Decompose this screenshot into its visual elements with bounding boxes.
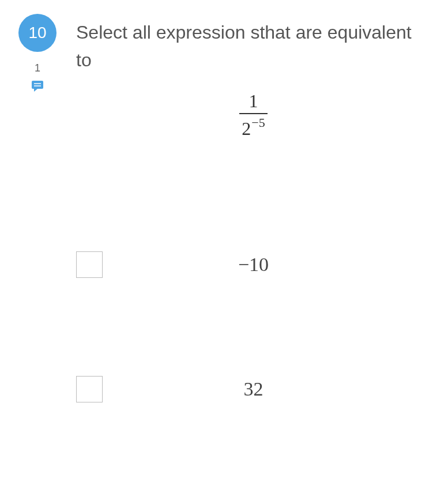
denominator-base: 2 (242, 116, 251, 142)
answer-option: −10 (76, 251, 431, 278)
question-number: 10 (28, 24, 46, 42)
fraction-denominator: 2−5 (239, 114, 267, 141)
denominator-exponent: −5 (251, 114, 265, 132)
svg-rect-0 (32, 81, 43, 89)
option-label: −10 (103, 254, 431, 276)
option-label: 32 (103, 378, 431, 400)
question-number-badge: 10 (18, 14, 57, 52)
fraction: 1 2−5 (239, 90, 267, 142)
question-prompt: Select all expression sthat are equivale… (76, 18, 431, 74)
comment-icon[interactable] (31, 79, 44, 93)
question-sidebar: 10 1 (17, 14, 58, 478)
fraction-numerator: 1 (239, 90, 267, 113)
answer-options: −10 32 (76, 251, 431, 402)
option-checkbox[interactable] (76, 251, 103, 278)
option-checkbox[interactable] (76, 376, 103, 402)
comment-count: 1 (35, 62, 40, 74)
question-content: Select all expression sthat are equivale… (58, 14, 431, 478)
answer-option: 32 (76, 376, 431, 402)
question-expression: 1 2−5 (76, 90, 431, 142)
